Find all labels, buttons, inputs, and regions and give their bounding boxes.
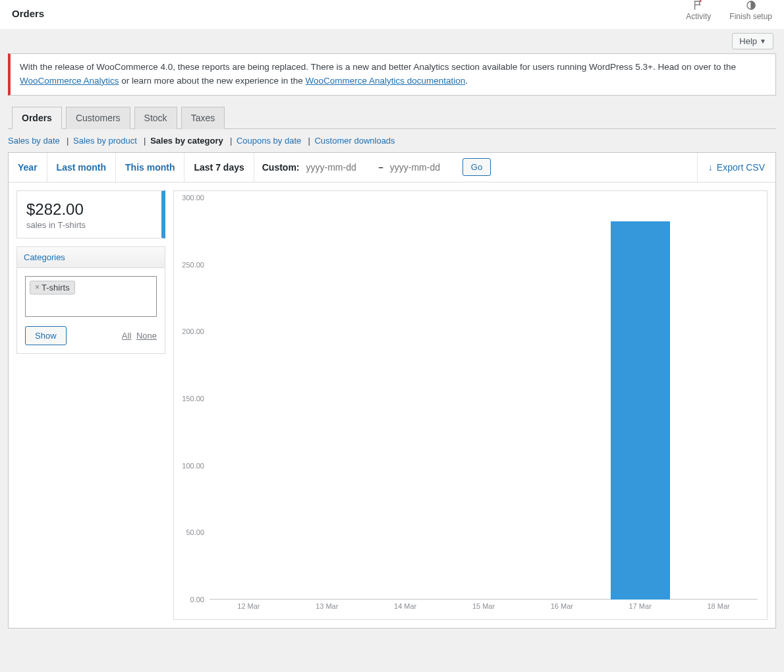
tab-taxes[interactable]: Taxes xyxy=(181,107,225,129)
select-all-link[interactable]: All xyxy=(122,331,131,341)
tab-orders[interactable]: Orders xyxy=(12,107,62,129)
download-icon: ↓ xyxy=(708,162,713,173)
date-from-input[interactable] xyxy=(306,162,372,173)
subtab-coupons-by-date[interactable]: Coupons by date xyxy=(237,136,301,146)
chevron-down-icon: ▼ xyxy=(760,38,766,45)
x-tick-label: 13 Mar xyxy=(316,602,338,610)
x-tick-label: 12 Mar xyxy=(237,602,260,610)
analytics-link[interactable]: WooCommerce Analytics xyxy=(20,76,119,86)
y-tick-label: 100.00 xyxy=(182,462,204,470)
page-title: Orders xyxy=(12,8,44,19)
custom-range-label: Custom: xyxy=(262,162,300,173)
categories-header[interactable]: Categories xyxy=(17,247,165,268)
tab-customers[interactable]: Customers xyxy=(66,107,130,129)
analytics-docs-link[interactable]: WooCommerce Analytics documentation xyxy=(305,76,465,86)
header-actions: Activity Finish setup xyxy=(686,0,772,21)
range-last-7-days[interactable]: Last 7 days xyxy=(184,153,254,182)
x-tick-label: 15 Mar xyxy=(472,602,495,610)
range-year[interactable]: Year xyxy=(9,153,47,182)
categories-widget: Categories × T-shirts Show All xyxy=(16,246,165,354)
category-select[interactable]: × T-shirts xyxy=(25,276,157,317)
range-this-month[interactable]: This month xyxy=(116,153,184,182)
remove-tag-icon[interactable]: × xyxy=(35,283,40,292)
export-csv-button[interactable]: ↓ Export CSV xyxy=(697,153,775,182)
subtab-sales-by-category: Sales by category xyxy=(150,136,223,146)
report-tabs: Orders Customers Stock Taxes xyxy=(8,106,776,129)
stat-label: sales in T-shirts xyxy=(26,220,152,230)
go-button[interactable]: Go xyxy=(462,158,491,176)
subtab-sales-by-product[interactable]: Sales by product xyxy=(73,136,137,146)
show-button[interactable]: Show xyxy=(25,326,67,345)
finish-setup-button[interactable]: Finish setup xyxy=(729,0,772,21)
flag-icon xyxy=(691,0,706,11)
x-tick-label: 14 Mar xyxy=(394,602,416,610)
stat-value: $282.00 xyxy=(26,200,152,219)
y-tick-label: 300.00 xyxy=(182,194,204,202)
sales-stat-widget: $282.00 sales in T-shirts xyxy=(16,190,165,238)
x-tick-label: 18 Mar xyxy=(707,602,729,610)
range-last-month[interactable]: Last month xyxy=(47,153,116,182)
subtab-customer-downloads[interactable]: Customer downloads xyxy=(314,136,395,146)
category-tag: × T-shirts xyxy=(30,281,75,294)
svg-point-0 xyxy=(700,0,702,2)
y-tick-label: 0.00 xyxy=(190,596,204,603)
x-tick-label: 16 Mar xyxy=(551,602,573,610)
y-tick-label: 200.00 xyxy=(182,327,204,335)
x-tick-label: 17 Mar xyxy=(629,602,652,610)
sales-chart: 0.0050.00100.00150.00200.00250.00300.00 … xyxy=(173,190,768,620)
help-button[interactable]: Help ▼ xyxy=(732,33,773,49)
deprecation-notice: With the release of WooCommerce 4.0, the… xyxy=(8,53,776,96)
activity-button[interactable]: Activity xyxy=(686,0,711,21)
date-to-input[interactable] xyxy=(390,162,456,173)
y-tick-label: 150.00 xyxy=(182,395,204,403)
y-tick-label: 50.00 xyxy=(186,528,204,536)
tab-stock[interactable]: Stock xyxy=(134,107,177,129)
chart-bar[interactable] xyxy=(611,221,670,599)
sub-report-links: Sales by date | Sales by product | Sales… xyxy=(8,129,776,152)
date-range-bar: Year Last month This month Last 7 days C… xyxy=(9,153,775,182)
select-none-link[interactable]: None xyxy=(136,331,157,341)
subtab-sales-by-date[interactable]: Sales by date xyxy=(8,136,60,146)
half-circle-icon xyxy=(744,0,758,11)
y-tick-label: 250.00 xyxy=(182,261,204,269)
